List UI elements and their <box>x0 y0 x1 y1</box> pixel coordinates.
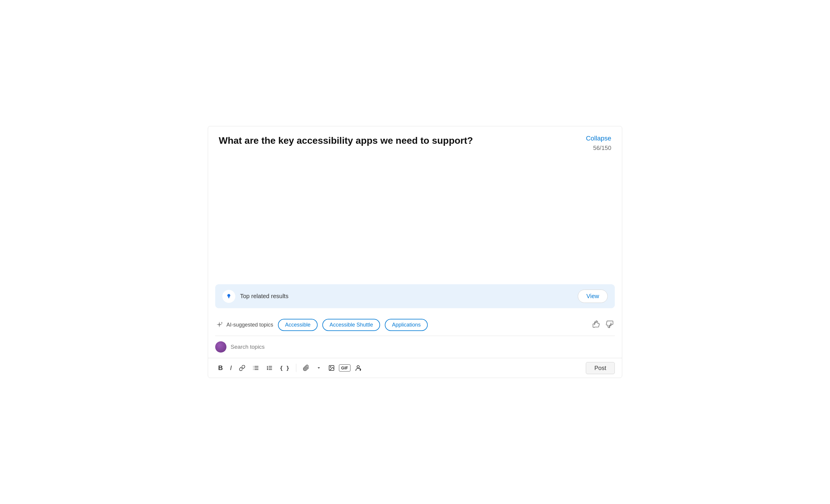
svg-rect-1 <box>228 297 230 298</box>
italic-button[interactable]: I <box>227 362 235 374</box>
thumbs-container <box>591 319 615 331</box>
link-icon <box>239 365 245 371</box>
view-button[interactable]: View <box>578 290 608 303</box>
toolbar-separator <box>296 364 296 372</box>
svg-point-15 <box>357 366 359 368</box>
related-results-bar: Top related results View <box>215 284 615 308</box>
chevron-down-icon <box>316 366 321 370</box>
post-button[interactable]: Post <box>586 362 615 374</box>
bold-button[interactable]: B <box>215 362 226 374</box>
ai-topics-label-text: AI-suggested topics <box>226 322 273 328</box>
mention-icon <box>355 364 362 371</box>
char-count: 56/150 <box>593 145 611 152</box>
attach-dropdown-button[interactable] <box>314 363 324 373</box>
topic-chip-applications[interactable]: Applications <box>385 319 428 331</box>
editor-container: What are the key accessibility apps we n… <box>208 126 622 378</box>
topic-chip-accessible[interactable]: Accessible <box>278 319 318 331</box>
editor-header: What are the key accessibility apps we n… <box>208 126 622 157</box>
search-topics-input[interactable] <box>231 344 615 350</box>
topic-chip-accessible-shuttle[interactable]: Accessible Shuttle <box>322 319 380 331</box>
toolbar: B I { } <box>208 358 622 378</box>
topics-avatar <box>215 341 226 352</box>
svg-rect-2 <box>228 297 229 298</box>
code-button[interactable]: { } <box>277 363 292 374</box>
attach-icon <box>303 365 309 371</box>
editor-title: What are the key accessibility apps we n… <box>219 135 473 147</box>
svg-point-14 <box>330 366 331 367</box>
thumbs-up-button[interactable] <box>591 319 601 331</box>
thumbs-down-button[interactable] <box>605 319 615 331</box>
image-icon <box>328 365 335 371</box>
numbered-list-button[interactable] <box>263 362 276 374</box>
ai-topics-section: AI-suggested topics Accessible Accessibl… <box>208 313 622 336</box>
ai-topics-label: AI-suggested topics <box>215 321 273 329</box>
attach-button[interactable] <box>300 362 312 374</box>
bullet-list-icon <box>253 365 259 371</box>
search-topics-row <box>208 336 622 358</box>
header-right: Collapse 56/150 <box>586 135 611 152</box>
related-results-text: Top related results <box>240 293 573 300</box>
gif-button[interactable]: GIF <box>339 364 350 371</box>
thumbs-down-icon <box>606 320 614 328</box>
thumbs-up-icon <box>592 320 600 328</box>
numbered-list-icon <box>266 365 273 371</box>
image-button[interactable] <box>325 362 338 374</box>
svg-rect-3 <box>228 298 229 298</box>
sparkle-icon <box>215 321 223 329</box>
editor-body[interactable] <box>208 157 622 279</box>
mention-button[interactable] <box>352 362 365 374</box>
link-button[interactable] <box>236 362 248 374</box>
bulb-icon-container <box>222 290 235 303</box>
bullet-list-button[interactable] <box>250 362 262 374</box>
bulb-icon <box>225 293 232 300</box>
collapse-button[interactable]: Collapse <box>586 135 611 142</box>
svg-point-0 <box>227 294 230 297</box>
